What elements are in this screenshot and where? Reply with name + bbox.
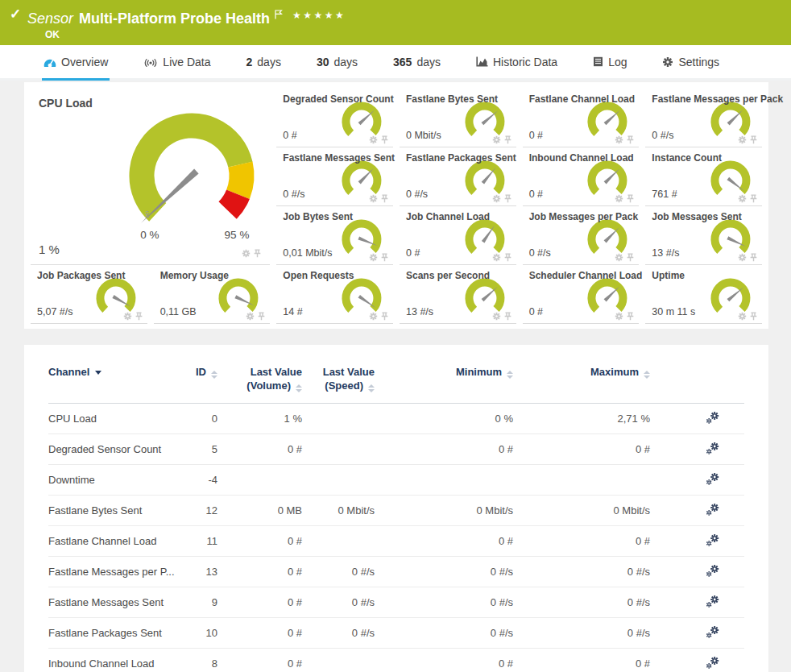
gear-icon[interactable] [123, 312, 132, 321]
gauge-tile-instance-count[interactable]: Instance Count761 # [645, 147, 762, 206]
gauge-tile-fastlane-messages-per-pack[interactable]: Fastlane Messages per Pack0 #/s [645, 89, 762, 147]
gear-icon[interactable] [242, 249, 251, 258]
channel-name-cell[interactable]: Fastlane Messages Sent [48, 587, 193, 617]
gauge-tile-job-channel-load[interactable]: Job Channel Load0 # [400, 206, 516, 265]
gear-icon[interactable] [738, 253, 747, 262]
gear-icon[interactable] [369, 312, 378, 321]
tab-overview[interactable]: Overview [42, 45, 110, 81]
gauge-tile-degraded-sensor-count[interactable]: Degraded Sensor Count0 # [276, 89, 393, 147]
pin-icon[interactable] [253, 249, 262, 258]
channel-row-fastlane-messages-sent[interactable]: Fastlane Messages Sent90 #0 #/s0 #/s0 #/… [48, 587, 744, 617]
gauge-tile-scans-per-second[interactable]: Scans per Second13 #/s [400, 265, 516, 324]
column-header-channel[interactable]: Channel [48, 364, 193, 403]
pin-icon[interactable] [380, 253, 389, 262]
gear-icon[interactable] [615, 253, 623, 262]
gauge-tile-open-requests[interactable]: Open Requests14 # [276, 265, 393, 324]
channel-settings-icon[interactable] [706, 599, 720, 611]
priority-stars[interactable]: ★★★★★ [292, 10, 346, 21]
channel-settings-icon[interactable] [706, 660, 720, 672]
pin-icon[interactable] [626, 253, 635, 262]
tab-live-data[interactable]: Live Data [142, 45, 212, 81]
channel-row-degraded-sensor-count[interactable]: Degraded Sensor Count50 #0 #0 # [48, 433, 744, 464]
tab-2-days[interactable]: 2days [245, 45, 283, 81]
channel-settings-icon[interactable] [706, 629, 720, 641]
channel-settings-icon[interactable] [706, 415, 720, 427]
channel-name-cell[interactable]: CPU Load [48, 403, 193, 433]
pin-icon[interactable] [503, 253, 512, 262]
gear-icon[interactable] [615, 194, 623, 203]
tab-log[interactable]: Log [591, 45, 628, 81]
gauge-tile-fastlane-channel-load[interactable]: Fastlane Channel Load0 # [523, 89, 640, 147]
pin-icon[interactable] [380, 135, 389, 144]
gauge-tile-uptime[interactable]: Uptime30 m 11 s [645, 265, 762, 324]
tab-365-days[interactable]: 365days [391, 45, 442, 81]
gear-icon[interactable] [738, 312, 747, 321]
column-header-id[interactable]: ID [193, 364, 217, 403]
gauge-tile-job-messages-sent[interactable]: Job Messages Sent13 #/s [645, 206, 762, 265]
flag-icon[interactable] [275, 6, 283, 23]
gear-icon[interactable] [369, 135, 378, 144]
pin-icon[interactable] [626, 312, 635, 321]
pin-icon[interactable] [749, 312, 758, 321]
channel-name-cell[interactable]: Downtime [48, 464, 193, 495]
channel-settings-icon[interactable] [706, 476, 720, 488]
tab-30-days[interactable]: 30days [315, 45, 359, 81]
pin-icon[interactable] [626, 194, 635, 203]
channel-row-fastlane-bytes-sent[interactable]: Fastlane Bytes Sent120 MB0 Mbit/s0 Mbit/… [48, 495, 744, 525]
sort-icon[interactable] [296, 384, 302, 392]
channel-name-cell[interactable]: Fastlane Bytes Sent [48, 495, 193, 525]
sort-desc-icon[interactable] [95, 371, 101, 375]
gear-icon[interactable] [738, 194, 747, 203]
gauge-tile-fastlane-bytes-sent[interactable]: Fastlane Bytes Sent0 Mbit/s [400, 89, 516, 147]
channel-settings-icon[interactable] [706, 537, 720, 550]
gauge-tile-inbound-channel-load[interactable]: Inbound Channel Load0 # [523, 147, 640, 206]
channel-row-downtime[interactable]: Downtime-4 [48, 464, 744, 495]
channel-settings-icon[interactable] [706, 446, 720, 458]
pin-icon[interactable] [503, 312, 512, 321]
column-header-min[interactable]: Minimum [375, 364, 513, 403]
gauge-tile-cpu-load[interactable]: CPU Load x̄ 0 % 95 % 1 % [31, 89, 270, 265]
pin-icon[interactable] [749, 253, 758, 262]
gear-icon[interactable] [492, 253, 501, 262]
gauge-tile-job-bytes-sent[interactable]: Job Bytes Sent0,01 Mbit/s [276, 206, 393, 265]
gear-icon[interactable] [492, 135, 501, 144]
gear-icon[interactable] [615, 312, 623, 321]
pin-icon[interactable] [503, 194, 512, 203]
pin-icon[interactable] [380, 194, 389, 203]
pin-icon[interactable] [380, 312, 389, 321]
gear-icon[interactable] [738, 135, 747, 144]
channel-name-cell[interactable]: Fastlane Messages per P... [48, 556, 193, 587]
channel-settings-icon[interactable] [706, 568, 720, 580]
column-header-max[interactable]: Maximum [513, 364, 650, 403]
channel-settings-icon[interactable] [706, 507, 720, 519]
tab-settings[interactable]: Settings [661, 45, 721, 81]
gear-icon[interactable] [492, 312, 501, 321]
tab-historic-data[interactable]: Historic Data [474, 45, 559, 81]
channel-row-inbound-channel-load[interactable]: Inbound Channel Load80 #0 #0 # [48, 648, 744, 672]
pin-icon[interactable] [749, 135, 758, 144]
gear-icon[interactable] [615, 135, 623, 144]
channel-name-cell[interactable]: Degraded Sensor Count [48, 433, 193, 464]
pin-icon[interactable] [503, 135, 512, 144]
sort-icon[interactable] [211, 371, 217, 379]
pin-icon[interactable] [749, 194, 758, 203]
gear-icon[interactable] [492, 194, 501, 203]
gauge-tile-job-packages-sent[interactable]: Job Packages Sent5,07 #/s [31, 265, 147, 324]
gear-icon[interactable] [369, 253, 378, 262]
channel-row-cpu-load[interactable]: CPU Load01 %0 %2,71 % [48, 403, 744, 433]
sort-icon[interactable] [644, 371, 650, 379]
channel-row-fastlane-messages-per-p[interactable]: Fastlane Messages per P...130 #0 #/s0 #/… [48, 556, 744, 587]
gauge-tile-scheduler-channel-load[interactable]: Scheduler Channel Load0 # [523, 265, 640, 324]
pin-icon[interactable] [626, 135, 635, 144]
column-header-speed[interactable]: Last Value(Speed) [302, 364, 375, 403]
gauge-tile-memory-usage[interactable]: Memory Usage0,11 GB [154, 265, 271, 324]
gear-icon[interactable] [369, 194, 378, 203]
pin-icon[interactable] [257, 312, 266, 321]
sort-icon[interactable] [507, 371, 513, 379]
column-header-volume[interactable]: Last Value(Volume) [217, 364, 302, 403]
gauge-tile-fastlane-messages-sent[interactable]: Fastlane Messages Sent0 #/s [276, 147, 393, 206]
gauge-tile-fastlane-packages-sent[interactable]: Fastlane Packages Sent0 #/s [400, 147, 516, 206]
channel-name-cell[interactable]: Fastlane Packages Sent [48, 617, 193, 648]
gauge-tile-job-messages-per-pack[interactable]: Job Messages per Pack0 #/s [523, 206, 640, 265]
channel-row-fastlane-packages-sent[interactable]: Fastlane Packages Sent100 #0 #/s0 #/s0 #… [48, 617, 744, 648]
